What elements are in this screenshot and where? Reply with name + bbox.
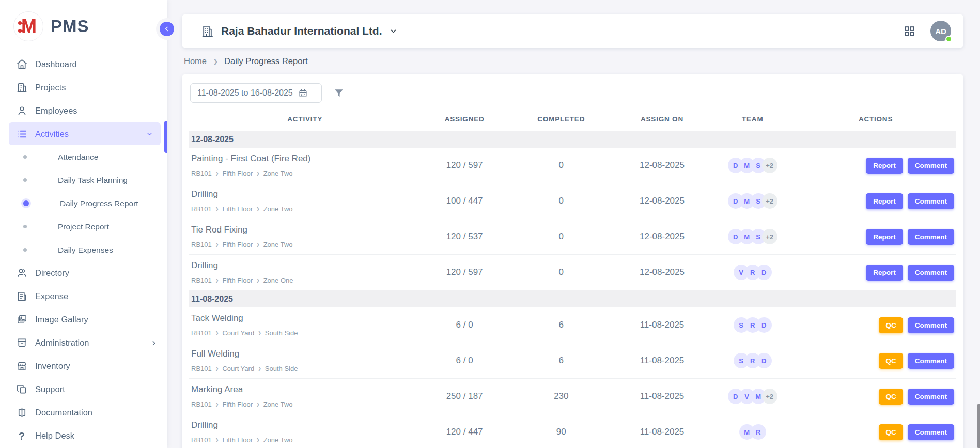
comment-button[interactable]: Comment	[908, 353, 954, 369]
sidebar-item-support[interactable]: Support	[0, 378, 167, 401]
company-selector[interactable]: Raja Bahadur International Ltd.	[200, 24, 398, 38]
company-name: Raja Bahadur International Ltd.	[221, 25, 382, 37]
sidebar: M PMS Dashboard Projects Employees Activ…	[0, 0, 167, 448]
activity-title: Tack Welding	[191, 313, 417, 323]
table-row: Drilling RB101❯Fifth Floor❯Zone Two 100 …	[189, 183, 956, 219]
sidebar-item-daily-expenses[interactable]: Daily Expenses	[0, 238, 167, 261]
activity-title: Painting - First Coat (Fire Red)	[191, 153, 417, 164]
funnel-icon	[333, 87, 345, 99]
report-button[interactable]: Report	[866, 265, 903, 281]
app-logo: M PMS	[0, 0, 167, 49]
active-section-indicator	[164, 121, 167, 153]
sidebar-item-directory[interactable]: Directory	[0, 261, 167, 285]
team-avatars: SRD	[710, 317, 795, 333]
sidebar-item-project-report[interactable]: Project Report	[0, 215, 167, 238]
comment-button[interactable]: Comment	[908, 265, 954, 281]
date-range-input[interactable]: 11-08-2025 to 16-08-2025	[190, 83, 322, 103]
report-button[interactable]: Report	[866, 229, 903, 245]
table-row: Tack Welding RB101❯Court Yard❯South Side…	[189, 307, 956, 343]
qc-button[interactable]: QC	[879, 389, 903, 405]
sidebar-item-image-gallary[interactable]: Image Gallary	[0, 308, 167, 331]
sidebar-item-label: Administration	[35, 338, 89, 348]
report-button[interactable]: Report	[866, 158, 903, 174]
completed-value: 90	[508, 427, 614, 437]
sidebar-item-expense[interactable]: Expense	[0, 285, 167, 308]
sidebar-item-projects[interactable]: Projects	[0, 76, 167, 99]
path-segment: RB101	[191, 365, 212, 373]
user-avatar[interactable]: AD	[930, 21, 951, 41]
path-separator-icon: ❯	[258, 366, 261, 371]
breadcrumb-home-link[interactable]: Home	[184, 56, 207, 66]
team-avatars: MR	[710, 424, 795, 440]
comment-button[interactable]: Comment	[908, 424, 954, 440]
comment-button[interactable]: Comment	[908, 193, 954, 209]
column-header-assigned: ASSIGNED	[421, 115, 508, 123]
assign-on-value: 11-08-2025	[614, 356, 710, 366]
completed-value: 6	[508, 356, 614, 366]
path-segment: Fifth Floor	[222, 400, 253, 408]
activity-path: RB101❯Court Yard❯South Side	[191, 329, 417, 337]
assigned-value: 120 / 447	[421, 427, 508, 437]
table-header-row: ACTIVITY ASSIGNED COMPLETED ASSIGN ON TE…	[189, 107, 956, 131]
completed-value: 0	[508, 231, 614, 242]
completed-value: 230	[508, 391, 614, 401]
path-separator-icon: ❯	[215, 438, 219, 442]
sidebar-item-label: Daily Progress Report	[60, 199, 138, 208]
path-segment: Zone Two	[263, 400, 293, 408]
sidebar-item-daily-task-planning[interactable]: Daily Task Planning	[0, 168, 167, 192]
path-segment: Fifth Floor	[222, 241, 253, 249]
actions-cell: QC Comment	[795, 424, 956, 440]
comment-button[interactable]: Comment	[908, 389, 954, 405]
assigned-value: 120 / 597	[421, 160, 508, 171]
activity-title: Drilling	[191, 260, 417, 271]
main-content: Raja Bahadur International Ltd. AD Home …	[167, 0, 980, 448]
sidebar-item-inventory[interactable]: Inventory	[0, 354, 167, 378]
activity-path: RB101❯Fifth Floor❯Zone Two	[191, 400, 417, 408]
home-icon	[15, 58, 28, 71]
sidebar-item-administration[interactable]: Administration	[0, 331, 167, 354]
column-header-assign-on: ASSIGN ON	[614, 115, 710, 123]
report-button[interactable]: Report	[866, 193, 903, 209]
activity-cell: Full Welding RB101❯Court Yard❯South Side	[189, 344, 421, 378]
qc-button[interactable]: QC	[879, 424, 903, 440]
path-segment: RB101	[191, 205, 212, 213]
team-avatars: DVM+2	[710, 389, 795, 404]
activity-cell: Painting - First Coat (Fire Red) RB101❯F…	[189, 148, 421, 182]
sidebar-item-activities[interactable]: Activities	[9, 122, 161, 145]
filter-button[interactable]	[333, 87, 345, 99]
team-avatars: SRD	[710, 353, 795, 368]
apps-grid-button[interactable]	[900, 22, 919, 41]
comment-button[interactable]: Comment	[908, 158, 954, 174]
path-segment: RB101	[191, 400, 212, 408]
activity-path: RB101❯Fifth Floor❯Zone Two	[191, 436, 417, 444]
qc-button[interactable]: QC	[879, 317, 903, 333]
comment-button[interactable]: Comment	[908, 229, 954, 245]
receipt-icon	[15, 290, 28, 303]
actions-cell: Report Comment	[795, 158, 956, 174]
sidebar-item-daily-progress-report[interactable]: Daily Progress Report	[0, 192, 167, 215]
sidebar-collapse-button[interactable]	[160, 22, 174, 36]
sidebar-item-attendance[interactable]: Attendance	[0, 145, 167, 168]
app-title: PMS	[51, 17, 89, 36]
sidebar-item-label: Image Gallary	[35, 315, 88, 325]
sidebar-item-dashboard[interactable]: Dashboard	[0, 53, 167, 76]
team-more-badge: +2	[762, 158, 777, 173]
activity-cell: Marking Area RB101❯Fifth Floor❯Zone Two	[189, 379, 421, 413]
users-icon	[15, 267, 28, 280]
path-segment: RB101	[191, 169, 212, 177]
path-separator-icon: ❯	[256, 438, 260, 442]
qc-button[interactable]: QC	[879, 353, 903, 369]
sidebar-item-help-desk[interactable]: ? Help Desk	[0, 424, 167, 447]
grid-icon	[903, 25, 916, 38]
bullet-icon	[23, 155, 27, 159]
scrollbar-thumb[interactable]	[977, 404, 980, 448]
path-segment: Fifth Floor	[222, 276, 253, 284]
filter-row: 11-08-2025 to 16-08-2025	[189, 83, 956, 103]
sidebar-item-documentation[interactable]: Documentation	[0, 401, 167, 424]
comment-button[interactable]: Comment	[908, 317, 954, 333]
table-row: Painting - First Coat (Fire Red) RB101❯F…	[189, 148, 956, 183]
date-range-value: 11-08-2025 to 16-08-2025	[197, 88, 293, 98]
sidebar-item-label: Expense	[35, 291, 68, 301]
breadcrumb-current: Daily Progress Report	[224, 56, 307, 66]
sidebar-item-employees[interactable]: Employees	[0, 99, 167, 122]
